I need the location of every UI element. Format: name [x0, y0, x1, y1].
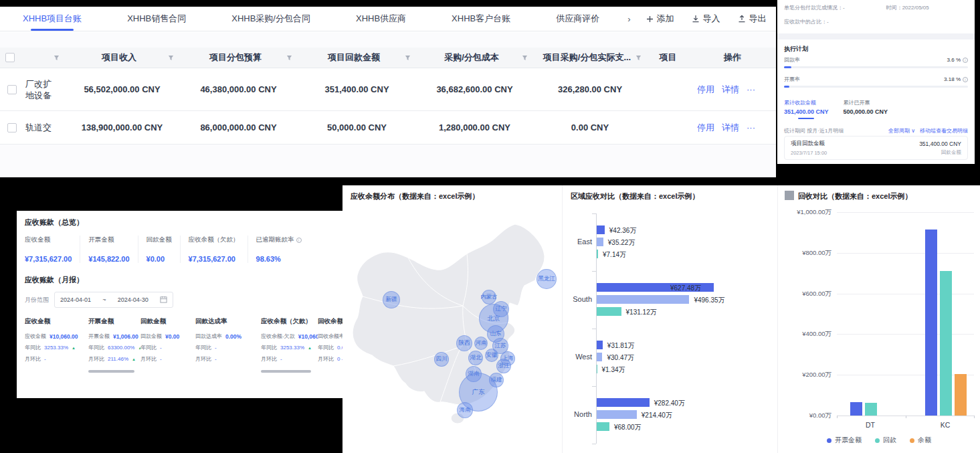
- filter-funnel-icon[interactable]: [405, 53, 411, 63]
- transaction-item[interactable]: 项目回款金额 2023/7/17 15:00 351,400.00 CNY 回款…: [784, 136, 968, 160]
- yoy-label: 年同比: [318, 344, 334, 351]
- header-cell: 操作: [689, 52, 776, 64]
- date-range-row: 月份范围 2024-04-01 ~ 2024-04-30: [25, 292, 342, 308]
- bar-West-s3: [597, 365, 597, 373]
- detail-action-link[interactable]: 详情: [722, 122, 739, 134]
- import-button[interactable]: 导入: [683, 13, 729, 25]
- more-actions-icon[interactable]: ···: [747, 84, 755, 94]
- monthly-card: 回收余额率100.年同比0.00月环比0 —: [318, 333, 342, 374]
- mom-label: 月环比: [88, 355, 104, 363]
- monthly-card-value: 0.00%: [225, 333, 241, 340]
- tab-1[interactable]: XHHB项目台账: [0, 7, 104, 31]
- overview-stat: 应收余额（欠款）¥7,315,627.00: [180, 236, 248, 263]
- amount-cell: 86,000,000.00 CNY: [179, 122, 298, 132]
- bar-North-s1: [597, 398, 650, 407]
- bar-North-s2: [597, 410, 637, 419]
- summary-tabs: 累计收款金额351,400.00 CNY累计已开票500,000.00 CNY: [784, 99, 888, 119]
- tab-scroll-right-icon[interactable]: ›: [622, 14, 635, 24]
- select-all-checkbox[interactable]: [5, 53, 15, 62]
- legend-label: 余额: [918, 436, 931, 445]
- tool-btn-label: 导入: [703, 13, 720, 25]
- y-tick-label: ¥400.00万: [782, 330, 831, 339]
- summary-tab-value: 500,000.00 CNY: [844, 108, 888, 115]
- project-name-line: 地设备: [25, 90, 52, 101]
- x-category-label-KC: KC: [941, 421, 951, 429]
- summary-tab-2[interactable]: 累计已开票500,000.00 CNY: [844, 99, 888, 119]
- yoy-value: 0.00: [337, 345, 342, 351]
- bar-value-label: ¥35.22万: [608, 238, 635, 248]
- view-transactions-link[interactable]: 移动端查看交易明细: [920, 127, 968, 134]
- axis-tick: [592, 386, 596, 387]
- province-bubble-海南: 海南: [457, 402, 473, 418]
- monthly-card-main: 开票金额¥1,006.00: [88, 333, 136, 340]
- axis-tick: [592, 329, 596, 329]
- disable-action-link[interactable]: 停用: [697, 84, 714, 96]
- summary-tab-label: 累计收款金额: [784, 99, 829, 106]
- amount-cell: 0.00 CNY: [533, 122, 647, 132]
- add-button[interactable]: 添加: [638, 13, 683, 25]
- card-scrollbar[interactable]: [88, 370, 134, 373]
- actions-cell: 停用详情···: [689, 84, 776, 96]
- monthly-card-label: 应收余额-欠款: [261, 333, 295, 340]
- filter-funnel-icon[interactable]: [522, 53, 528, 63]
- tab-3[interactable]: XHHB采购/分包合同: [209, 7, 333, 31]
- up-arrow-icon: ▲: [132, 357, 136, 361]
- province-bubble-内蒙古: 内蒙古: [482, 290, 496, 304]
- project-detail-panel: 单笔分包付款完成情况：- 时间：2022/05/05 应收款中的占比：- 执行计…: [777, 0, 975, 164]
- china-map: [342, 211, 562, 452]
- receivables-dashboard: 应收账款（总览） 应收金额¥7,315,627.00开票金额¥145,822.0…: [17, 211, 342, 398]
- filter-funnel-icon[interactable]: [168, 53, 174, 63]
- period-filter-dropdown[interactable]: 全部周期 ∨: [888, 127, 915, 134]
- actions-cell: 停用详情···: [689, 122, 776, 134]
- filter-funnel-icon[interactable]: [286, 53, 292, 63]
- legend-item-开票金额: 开票金额: [827, 436, 862, 445]
- yoy-label: 年同比: [261, 344, 277, 351]
- tab-2[interactable]: XHHB销售合同: [104, 7, 209, 31]
- monthly-card-label: 回款金额: [140, 333, 162, 340]
- legend-item-回款: 回款: [875, 436, 896, 445]
- export-button[interactable]: 导出: [729, 13, 775, 25]
- detail-info-row-2: 应收款中的占比：-: [784, 18, 829, 25]
- detail-action-link[interactable]: 详情: [722, 84, 739, 96]
- category-label-West: West: [565, 353, 592, 361]
- map-chart-title: 应收余额分布（数据来自：excel示例）: [351, 191, 480, 201]
- summary-tab-1[interactable]: 累计收款金额351,400.00 CNY: [784, 99, 829, 119]
- x-axis-tick: [906, 416, 906, 418]
- amount-cell: 36,682,600.00 CNY: [416, 84, 533, 94]
- row-checkbox[interactable]: [7, 85, 17, 94]
- filter-funnel-icon[interactable]: [54, 53, 60, 63]
- overview-stat-value: ¥0.00: [146, 255, 172, 263]
- plan-line: 开票率3.18 %i: [784, 76, 968, 83]
- row-checkbox-cell: [0, 85, 24, 94]
- amount-cell: 351,400.00 CNY: [298, 84, 416, 94]
- tab-4[interactable]: XHHB供应商: [333, 7, 429, 31]
- monthly-card-value: ¥0.00: [165, 333, 179, 340]
- monthly-card-label: 回收余额率: [318, 333, 342, 340]
- more-actions-icon[interactable]: ···: [747, 122, 755, 132]
- gridline: [837, 375, 974, 375]
- amount-cell: 50,000.00 CNY: [298, 122, 416, 132]
- bar-East-s3: [597, 250, 598, 258]
- bar-DT-开票金额: [850, 402, 862, 416]
- monthly-card: 回款金额¥0.00年同比-月环比-: [140, 333, 195, 374]
- amount-value: 0.00 CNY: [571, 122, 609, 132]
- row-checkbox[interactable]: [7, 123, 17, 132]
- monthly-card: 应收金额¥10,060.00年同比3253.33%▲月环比-: [25, 333, 88, 374]
- detail-info-right: 时间：2022/05/05: [886, 4, 929, 11]
- overview-stat-value: 98.63%: [256, 255, 302, 263]
- tool-btn-label: 添加: [657, 13, 674, 25]
- disable-action-link[interactable]: 停用: [697, 122, 714, 134]
- tab-6[interactable]: 供应商评价: [533, 7, 622, 31]
- monthly-card-value: ¥10,060.00: [298, 333, 318, 340]
- plan-progress-fill: [784, 66, 791, 68]
- filter-funnel-icon[interactable]: [635, 53, 642, 63]
- monthly-cards: 应收金额¥10,060.00年同比3253.33%▲月环比-开票金额¥1,006…: [25, 333, 342, 374]
- date-range-input[interactable]: 2024-04-01 ~ 2024-04-30: [54, 292, 173, 308]
- bar-KC-开票金额: [925, 230, 937, 416]
- tab-5[interactable]: XHHB客户台账: [429, 7, 533, 31]
- province-bubble-湖北: 湖北: [468, 351, 483, 365]
- amount-value: 36,682,600.00 CNY: [436, 84, 512, 94]
- transaction-name: 项目回款金额: [791, 140, 827, 148]
- card-scrollbar[interactable]: [261, 370, 311, 373]
- bar-value-label: ¥214.40万: [642, 411, 672, 420]
